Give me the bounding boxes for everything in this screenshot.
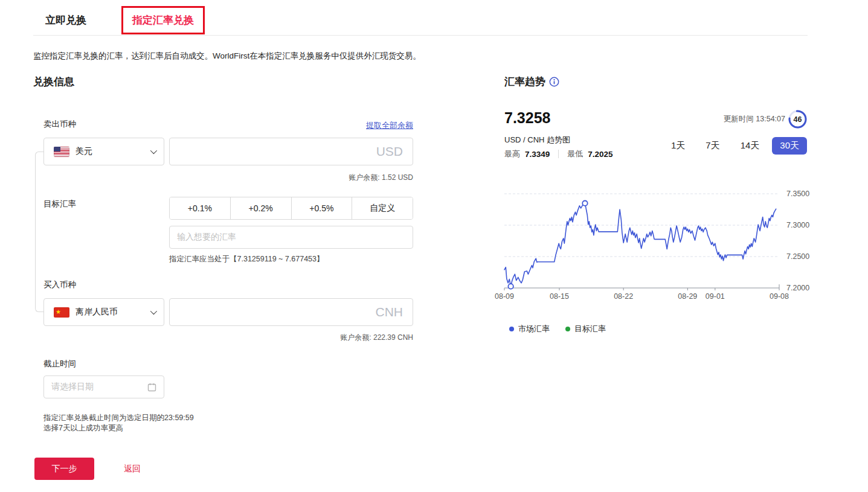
y-axis-labels: 7.35007.30007.25007.2000	[786, 190, 823, 293]
current-rate-value: 7.3258	[504, 109, 550, 127]
low-label: 最低	[567, 149, 583, 159]
rate-offset-group: +0.1% +0.2% +0.5% 自定义	[169, 197, 413, 220]
period-tabs: 1天 7天 14天 30天	[663, 137, 807, 155]
target-rate-range-hint: 指定汇率应当处于【7.31259119 ~ 7.677453】	[169, 254, 324, 264]
high-label: 最高	[504, 149, 520, 159]
sell-currency-code: USD	[376, 144, 403, 159]
legend-label: 目标汇率	[574, 324, 606, 334]
chevron-down-icon	[150, 308, 157, 315]
form-section-title: 兑换信息	[33, 75, 74, 89]
legend-item-market-rate: 市场汇率	[509, 324, 550, 334]
x-axis-labels: 08-0908-1508-2208-2909-0109-08	[504, 292, 779, 302]
trend-chart-svg	[504, 190, 779, 293]
trend-section-title: 汇率趋势	[504, 75, 545, 89]
withdraw-all-balance-link[interactable]: 提取全部余额	[366, 120, 413, 131]
annotation-highlight-box: 指定汇率兑换	[121, 6, 205, 34]
currency-pair-connector	[35, 152, 43, 312]
low-value: 7.2025	[588, 150, 612, 159]
y-axis-tick-label: 7.2500	[786, 252, 809, 261]
high-low-divider	[558, 150, 559, 158]
rate-offset-button-0.2[interactable]: +0.2%	[230, 197, 291, 219]
buy-amount-input[interactable]: CNH	[169, 298, 413, 326]
market-rate-dot-icon	[509, 327, 514, 331]
rate-offset-button-custom[interactable]: 自定义	[352, 197, 413, 219]
period-tab-14d[interactable]: 14天	[733, 137, 768, 155]
sell-amount-input[interactable]: USD	[169, 138, 413, 165]
x-axis-tick-label: 09-01	[706, 292, 725, 301]
update-time-value: 13:54:07	[756, 115, 785, 123]
refresh-countdown: 46	[788, 109, 808, 132]
sell-currency-name: 美元	[76, 146, 150, 157]
us-flag-icon	[54, 147, 69, 157]
update-time-label: 更新时间	[724, 115, 754, 123]
calendar-icon	[147, 383, 156, 392]
x-axis-tick-label: 08-15	[550, 292, 569, 301]
tab-target-rate-exchange[interactable]: 指定汇率兑换	[123, 8, 203, 33]
next-step-button[interactable]: 下一步	[34, 458, 94, 480]
y-axis-tick-label: 7.3500	[786, 190, 809, 198]
info-icon[interactable]	[549, 77, 559, 87]
target-rate-input[interactable]: 输入想要的汇率	[169, 226, 413, 249]
period-tab-1d[interactable]: 1天	[663, 137, 693, 155]
x-axis-tick-label: 09-08	[770, 292, 789, 301]
rate-offset-button-0.1[interactable]: +0.1%	[170, 197, 230, 219]
sell-currency-select[interactable]: 美元	[43, 138, 164, 165]
target-rate-label: 目标汇率	[43, 199, 76, 209]
pair-label: USD / CNH 趋势图	[504, 135, 570, 145]
y-axis-tick-label: 7.2000	[786, 284, 809, 292]
sell-account-balance: 账户余额: 1.52 USD	[349, 173, 413, 183]
buy-account-balance: 账户余额: 222.39 CNH	[340, 333, 413, 343]
buy-currency-select[interactable]: 离岸人民币	[43, 298, 164, 326]
sell-currency-label: 卖出币种	[43, 119, 76, 130]
tab-instant-exchange[interactable]: 立即兑换	[45, 13, 86, 27]
chart-legend: 市场汇率 目标汇率	[509, 324, 606, 334]
target-rate-placeholder: 输入想要的汇率	[177, 232, 236, 243]
chevron-down-icon	[150, 147, 157, 154]
x-axis-tick-label: 08-22	[614, 292, 633, 301]
china-flag-icon	[54, 307, 69, 318]
rate-offset-button-0.5[interactable]: +0.5%	[291, 197, 352, 219]
high-value: 7.3349	[525, 150, 550, 159]
update-time-row: 更新时间 13:54:07	[724, 114, 785, 124]
deadline-hint-2: 选择7天以上成功率更高	[43, 423, 123, 433]
period-tab-30d[interactable]: 30天	[772, 137, 807, 155]
legend-item-target-rate: 目标汇率	[565, 324, 606, 334]
target-rate-dot-icon	[565, 327, 570, 331]
deadline-label: 截止时间	[43, 359, 76, 369]
deadline-hint-1: 指定汇率兑换截止时间为选定日期的23:59:59	[43, 413, 194, 423]
legend-label: 市场汇率	[518, 324, 550, 334]
trend-chart	[504, 190, 779, 293]
deadline-placeholder: 请选择日期	[51, 382, 94, 392]
tabs-divider	[33, 35, 808, 36]
buy-currency-name: 离岸人民币	[76, 307, 150, 318]
page-description: 监控指定汇率兑换的汇率，达到汇率后自动成交。WorldFirst在本指定汇率兑换…	[33, 51, 421, 62]
y-axis-tick-label: 7.3000	[786, 221, 809, 229]
buy-currency-code: CNH	[376, 305, 403, 319]
deadline-date-input[interactable]: 请选择日期	[43, 375, 164, 398]
countdown-value: 46	[794, 115, 802, 124]
countdown-ring-icon: 46	[788, 109, 808, 129]
period-tab-7d[interactable]: 7天	[698, 137, 727, 155]
x-axis-tick-label: 08-29	[678, 292, 697, 301]
back-button[interactable]: 返回	[124, 464, 141, 474]
buy-currency-label: 买入币种	[43, 280, 76, 290]
exchange-page: 立即兑换 指定汇率兑换 监控指定汇率兑换的汇率，达到汇率后自动成交。WorldF…	[0, 0, 868, 492]
high-low-row: 最高 7.3349 最低 7.2025	[504, 149, 613, 159]
x-axis-tick-label: 08-09	[495, 292, 514, 301]
